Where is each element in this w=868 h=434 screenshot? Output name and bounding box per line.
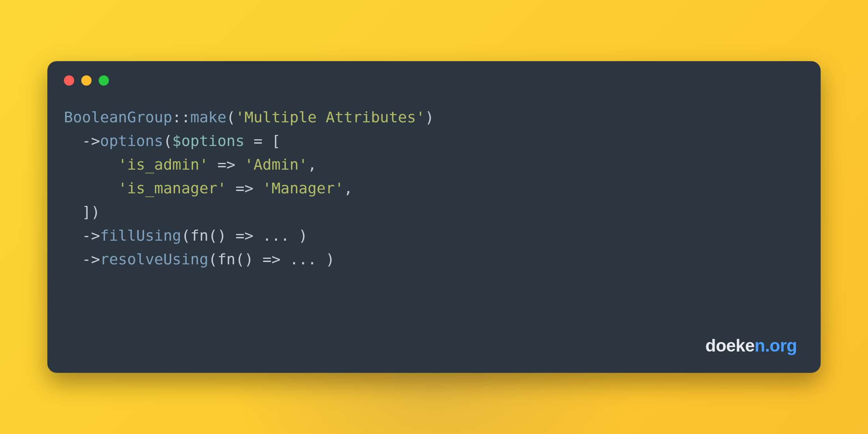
token-method-options: options xyxy=(100,132,163,150)
token-arrow: -> xyxy=(82,251,100,268)
token-method-fillusing: fillUsing xyxy=(100,227,181,244)
token-rparen: ) xyxy=(425,108,434,126)
token-class: BooleanGroup xyxy=(64,108,172,126)
code-content: BooleanGroup::make('Multiple Attributes'… xyxy=(47,86,821,373)
token-lparen: ( xyxy=(226,108,236,126)
token-scope: :: xyxy=(172,108,191,126)
token-key1: 'is_admin' xyxy=(118,156,208,173)
minimize-icon xyxy=(81,75,92,86)
token-variable: $options xyxy=(172,132,245,150)
token-comma: , xyxy=(344,180,353,197)
token-string-title: 'Multiple Attributes' xyxy=(236,108,425,126)
token-fat-arrow: => xyxy=(226,180,263,197)
token-arrow: -> xyxy=(82,132,100,150)
token-close-array: ]) xyxy=(82,203,100,221)
watermark: doeken.org xyxy=(705,336,797,355)
token-fat-arrow: => xyxy=(208,156,245,173)
watermark-part1: doeke xyxy=(705,336,755,355)
token-val1: 'Admin' xyxy=(245,156,308,173)
window-traffic-lights xyxy=(47,61,821,86)
watermark-part2: n.org xyxy=(755,336,797,355)
token-val2: 'Manager' xyxy=(262,180,344,197)
maximize-icon xyxy=(99,75,109,86)
token-arrow: -> xyxy=(82,227,100,244)
token-key2: 'is_manager' xyxy=(118,180,226,197)
token-method-resolveusing: resolveUsing xyxy=(100,251,209,268)
close-icon xyxy=(64,75,74,86)
token-fn-args: (fn() => ... ) xyxy=(208,251,335,268)
code-window: BooleanGroup::make('Multiple Attributes'… xyxy=(47,61,821,373)
token-method-make: make xyxy=(190,108,226,126)
token-eq-bracket: = [ xyxy=(245,132,281,150)
token-lparen: ( xyxy=(163,132,172,150)
token-comma: , xyxy=(308,156,317,173)
code-pre: BooleanGroup::make('Multiple Attributes'… xyxy=(64,105,804,271)
token-fn-args: (fn() => ... ) xyxy=(181,227,307,244)
